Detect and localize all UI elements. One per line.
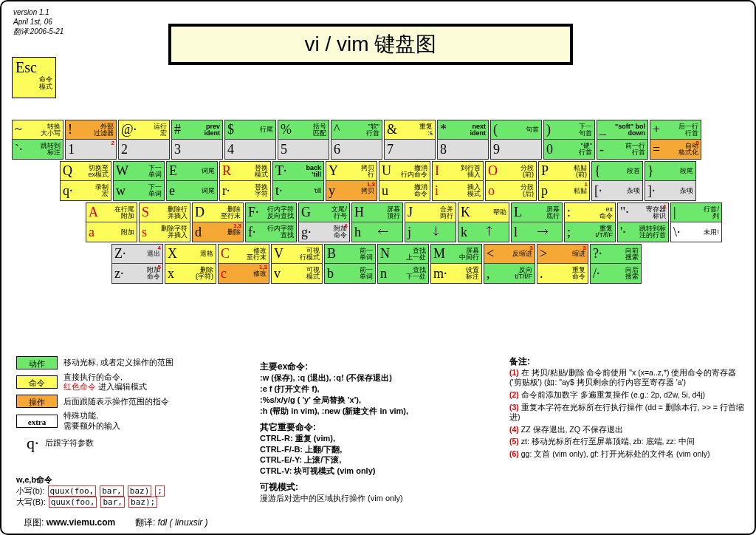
esc-key: Esc 命令 模式 [12, 57, 56, 98]
footer: 原图: www.viemu.com 翻译: fdl ( linuxsir ) [24, 517, 208, 529]
key-): )下一句首0"硬"行首 [543, 120, 595, 160]
key-U: U撤消行内命令u撤消命令 [379, 161, 430, 201]
key-@·: @·运行宏2 [118, 120, 170, 160]
key-N: N查找上一处n查找下一处 [377, 244, 429, 284]
ex-commands: 主要ex命令: :w (保存), :q (退出), :q! (不保存退出) :e… [260, 356, 408, 504]
key-$: $行尾4 [224, 120, 276, 160]
key-^: ^"软"行首6 [331, 120, 382, 160]
key-M: M屏幕中间行m·设置标注 [430, 244, 482, 284]
key-Q: Q切换至ex模式q·录制宏 [60, 161, 111, 201]
key-E: E词尾e词尾 [166, 161, 218, 201]
key-{: {段首[·杂项 [591, 161, 643, 201]
key-P: P粘贴(前)p粘贴1 [538, 161, 590, 201]
key-"·: "·寄存器标识1'·跳转到标注的行首 [617, 202, 669, 242]
wb-commands: w,e,b命令 小写(b): quux(foo, bar, baz) ; 大写(… [16, 474, 165, 508]
key-*: *nextident8 [437, 120, 489, 160]
key-O: O分段(前)o分段(后) [485, 161, 537, 201]
key-|: |行首/列\·未用! [670, 202, 722, 242]
key-H: H屏幕顶行h🡐 [351, 202, 403, 242]
key-D: D删除至行末d删除1,3 [192, 202, 244, 242]
key-T·: T·back'tillt·'till [272, 161, 324, 201]
key-Y: Y拷贝行y拷贝1,3 [326, 161, 377, 201]
title: vi / vim 键盘图 [168, 24, 573, 65]
key->: >缩进3.重复命令 [537, 244, 588, 284]
key-~: ~转换大小写`·跳转到标注 [12, 120, 63, 160]
key-C: C修改至行末c修改1,3 [218, 244, 269, 284]
key-V: V可视行模式v可视模式 [271, 244, 323, 284]
key-+: +后一行行首=自动格式化3 [650, 120, 701, 160]
key-!: !外部过滤器12 [65, 120, 117, 160]
key-%: %括号匹配5 [278, 120, 329, 160]
key-I: I到行首插入i插入模式 [432, 161, 484, 201]
key-L: L屏幕底行l🡒 [511, 202, 563, 242]
key-S: S删除行并插入s删除字符并插入 [139, 202, 190, 242]
key-<: <反缩进3,反向t/T/f/F [484, 244, 535, 284]
key-?·: ?·向前搜索/·向后搜索 [590, 244, 642, 284]
key-_: _"soft" boldown-前一行行首 [597, 120, 648, 160]
key-}: }段尾]·杂项 [645, 161, 696, 201]
key-J: J合并两行j🡓 [405, 202, 456, 242]
key-&: &重复:s7 [384, 120, 436, 160]
key-A: A在行尾附加a附加 [86, 202, 137, 242]
key-F·: F·行内字符反向查找f·行内字符查找 [245, 202, 297, 242]
key-W: W下一单词w下一单词 [113, 161, 165, 201]
key-R: R替换模式r·替换字符 [219, 161, 271, 201]
key-:: :ex命令;重复t/T/f/F [564, 202, 616, 242]
legend: 动作移动光标, 或者定义操作的范围命令直接执行的命令,红色命令 进入编辑模式操作… [16, 356, 173, 456]
notes: 备注: (1) 在 拷贝/粘贴/删除 命令前使用 "x (x=a..z,*) 使… [509, 356, 746, 462]
key-(: (句首9 [490, 120, 542, 160]
keyboard-grid: ~转换大小写`·跳转到标注!外部过滤器12@·运行宏2#prevident3$行… [12, 120, 722, 285]
key-Z·: Z·退出4z·附加命令5 [111, 244, 163, 284]
key-#: #prevident3 [171, 120, 223, 160]
key-X: X退格x删除(字符) [165, 244, 216, 284]
key-G: G文尾/行号g·附加命令6 [298, 202, 350, 242]
version-info: version 1.1 April 1st, 06 翻译:2006-5-21 [13, 7, 63, 36]
key-K: K帮助k🡑 [458, 202, 509, 242]
key-B: B前一单词b前一单词 [324, 244, 376, 284]
